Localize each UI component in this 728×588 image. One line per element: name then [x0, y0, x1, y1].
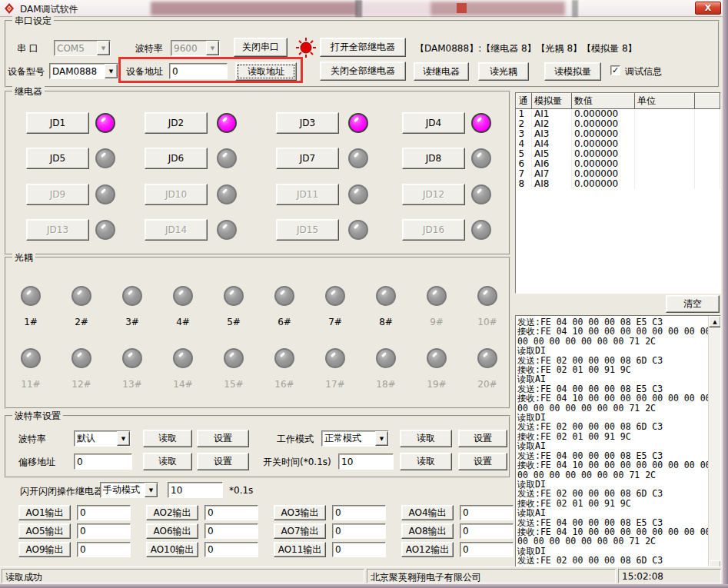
debug-info-checkbox[interactable]: ✓	[610, 65, 620, 75]
output-value-input-11[interactable]	[332, 542, 386, 557]
scroll-up-icon[interactable]: ▲	[709, 316, 721, 327]
switch-time-input[interactable]	[338, 453, 394, 470]
relay-button-JD8[interactable]: JD8	[402, 148, 465, 169]
output-value-input-5[interactable]	[77, 523, 131, 539]
output-button-11[interactable]: AO11输出	[274, 542, 326, 557]
read-opto-button[interactable]: 读光耦	[478, 62, 529, 81]
output-button-8[interactable]: AO8输出	[401, 523, 454, 539]
output-value-input-9[interactable]	[77, 542, 131, 557]
relay-button-JD7[interactable]: JD7	[276, 148, 339, 169]
analog-table-cell: AI7	[532, 169, 572, 179]
analog-table-cell	[695, 179, 720, 189]
read-relay-button[interactable]: 读继电器	[414, 62, 469, 81]
analog-table-cell: 7	[517, 169, 532, 179]
analog-table-row[interactable]: 2AI20.000000	[517, 119, 720, 129]
work-mode-read-button[interactable]: 读取	[400, 430, 452, 447]
analog-table-cell: 5	[517, 149, 532, 159]
port-value: COM5	[55, 42, 97, 55]
device-address-input[interactable]	[169, 63, 228, 79]
model-label: 设备型号	[8, 65, 45, 78]
open-all-relays-button[interactable]: 打开全部继电器	[320, 38, 406, 57]
opto-label-2#: 2#	[66, 317, 97, 327]
analog-table-row[interactable]: 3AI30.000000	[517, 129, 720, 139]
relay-led-JD2	[217, 113, 237, 133]
relay-button-JD6[interactable]: JD6	[145, 148, 208, 169]
read-address-button[interactable]: 读取地址	[235, 62, 297, 81]
chevron-down-icon: ▼	[375, 431, 388, 446]
opto-led-4#	[173, 286, 193, 306]
analog-table-cell: 1	[517, 109, 532, 120]
switch-time-set-button[interactable]: 设置	[458, 453, 507, 470]
output-button-5[interactable]: AO5输出	[18, 523, 71, 539]
output-value-input-8[interactable]	[460, 523, 514, 539]
read-analog-button[interactable]: 读模拟量	[544, 62, 601, 81]
work-mode-select[interactable]: 正常模式 ▼	[321, 430, 389, 447]
relay-button-JD2[interactable]: JD2	[145, 112, 208, 134]
output-button-4[interactable]: AO4输出	[401, 505, 454, 520]
opto-led-11#	[21, 348, 41, 368]
output-value-input-7[interactable]	[332, 523, 386, 539]
switch-time-read-button[interactable]: 读取	[400, 453, 452, 470]
background-window-artifact	[151, 2, 357, 15]
flash-time-input[interactable]	[168, 482, 223, 498]
opto-led-12#	[71, 348, 91, 368]
analog-column-header[interactable]: 单位	[635, 94, 695, 109]
output-button-2[interactable]: AO2输出	[146, 505, 198, 520]
close-button[interactable]: X	[695, 2, 721, 15]
opto-label-7#: 7#	[320, 317, 351, 327]
analog-table-row[interactable]: 5AI50.000000	[517, 149, 720, 159]
output-button-6[interactable]: AO6输出	[146, 523, 198, 539]
analog-table-row[interactable]: 6AI60.000000	[517, 159, 720, 169]
offset-set-button[interactable]: 设置	[197, 453, 249, 470]
close-all-relays-button[interactable]: 关闭全部继电器	[320, 61, 406, 81]
output-value-input-1[interactable]	[77, 505, 131, 520]
analog-table-cell	[695, 119, 720, 129]
work-mode-set-button[interactable]: 设置	[458, 430, 507, 447]
output-value-input-6[interactable]	[204, 523, 258, 539]
baud-select[interactable]: 默认 ▼	[74, 430, 131, 447]
analog-column-header[interactable]	[695, 94, 720, 109]
analog-table-row[interactable]: 4AI40.000000	[517, 139, 720, 149]
chevron-down-icon: ▼	[206, 41, 219, 55]
analog-table-cell: AI4	[532, 139, 572, 149]
output-button-9[interactable]: AO9输出	[18, 542, 71, 557]
analog-column-header[interactable]: 模拟量	[532, 94, 572, 109]
chevron-down-icon: ▼	[117, 431, 130, 446]
baud-set-button[interactable]: 设置	[197, 430, 249, 447]
chevron-down-icon: ▼	[97, 41, 110, 55]
opto-group-title: 光耦	[12, 251, 35, 264]
output-button-10[interactable]: AO10输出	[146, 542, 198, 557]
output-button-1[interactable]: AO1输出	[18, 505, 71, 520]
output-button-12[interactable]: AO12输出	[401, 542, 454, 557]
close-port-button[interactable]: 关闭串口	[234, 38, 288, 57]
relay-button-JD11: JD11	[276, 184, 339, 205]
analog-table-cell: 8	[517, 179, 532, 189]
analog-table-cell: AI8	[532, 179, 572, 189]
offset-address-input[interactable]	[74, 453, 132, 470]
analog-column-header[interactable]: 数值	[572, 94, 635, 109]
clear-log-button[interactable]: 清空	[666, 295, 720, 313]
offset-read-button[interactable]: 读取	[143, 453, 192, 470]
analog-column-header[interactable]: 通	[517, 94, 532, 109]
output-value-input-3[interactable]	[332, 505, 386, 520]
relay-led-JD6	[217, 148, 237, 168]
flash-mode-value: 手动模式	[101, 483, 145, 497]
model-select[interactable]: DAM0888 ▼	[49, 63, 118, 79]
baud-read-button[interactable]: 读取	[143, 430, 192, 447]
relay-button-JD3[interactable]: JD3	[276, 112, 339, 134]
flash-mode-select[interactable]: 手动模式 ▼	[100, 482, 158, 498]
analog-table-row[interactable]: 1AI10.000000	[517, 109, 720, 120]
relay-button-JD4[interactable]: JD4	[402, 112, 465, 134]
output-value-input-12[interactable]	[460, 542, 514, 557]
log-scrollbar[interactable]: ▲	[708, 316, 720, 580]
debug-log-panel[interactable]: 发送:FE 04 00 00 00 08 E5 C3 接收:FE 04 10 0…	[515, 315, 721, 580]
relay-button-JD1[interactable]: JD1	[26, 112, 89, 134]
analog-table-row[interactable]: 7AI70.000000	[517, 169, 720, 179]
analog-table-row[interactable]: 8AI80.000000	[517, 179, 720, 189]
relay-button-JD5[interactable]: JD5	[26, 148, 89, 169]
output-value-input-10[interactable]	[204, 542, 258, 557]
output-button-3[interactable]: AO3输出	[274, 505, 326, 520]
output-button-7[interactable]: AO7输出	[274, 523, 326, 539]
output-value-input-4[interactable]	[460, 505, 514, 520]
output-value-input-2[interactable]	[204, 505, 258, 520]
